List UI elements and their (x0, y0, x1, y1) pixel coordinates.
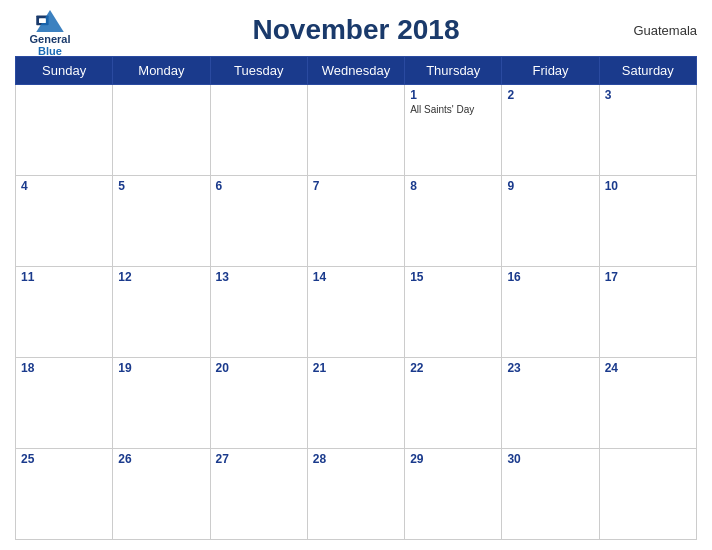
table-row: 17 (599, 267, 696, 358)
day-number: 10 (605, 179, 691, 193)
table-row: 16 (502, 267, 599, 358)
calendar-title: November 2018 (252, 14, 459, 46)
table-row: 19 (113, 358, 210, 449)
table-row: 28 (307, 449, 404, 540)
table-row: 29 (405, 449, 502, 540)
day-number: 14 (313, 270, 399, 284)
table-row: 23 (502, 358, 599, 449)
table-row: 15 (405, 267, 502, 358)
table-row (307, 85, 404, 176)
calendar-table: Sunday Monday Tuesday Wednesday Thursday… (15, 56, 697, 540)
day-number: 9 (507, 179, 593, 193)
calendar-week-row: 252627282930 (16, 449, 697, 540)
table-row: 24 (599, 358, 696, 449)
header-wednesday: Wednesday (307, 57, 404, 85)
day-number: 15 (410, 270, 496, 284)
header-saturday: Saturday (599, 57, 696, 85)
day-number: 11 (21, 270, 107, 284)
day-number: 16 (507, 270, 593, 284)
table-row: 18 (16, 358, 113, 449)
day-number: 18 (21, 361, 107, 375)
day-number: 21 (313, 361, 399, 375)
day-number: 24 (605, 361, 691, 375)
table-row: 26 (113, 449, 210, 540)
day-number: 20 (216, 361, 302, 375)
svg-rect-2 (39, 18, 46, 23)
table-row: 3 (599, 85, 696, 176)
table-row (16, 85, 113, 176)
day-number: 4 (21, 179, 107, 193)
header-thursday: Thursday (405, 57, 502, 85)
day-number: 23 (507, 361, 593, 375)
day-number: 19 (118, 361, 204, 375)
day-number: 5 (118, 179, 204, 193)
table-row: 11 (16, 267, 113, 358)
calendar-week-row: 45678910 (16, 176, 697, 267)
calendar-header: General Blue November 2018 Guatemala (15, 10, 697, 50)
table-row: 4 (16, 176, 113, 267)
day-number: 30 (507, 452, 593, 466)
table-row (599, 449, 696, 540)
table-row: 7 (307, 176, 404, 267)
day-number: 1 (410, 88, 496, 102)
day-number: 26 (118, 452, 204, 466)
day-number: 13 (216, 270, 302, 284)
table-row: 14 (307, 267, 404, 358)
day-number: 27 (216, 452, 302, 466)
day-number: 3 (605, 88, 691, 102)
table-row: 9 (502, 176, 599, 267)
table-row: 21 (307, 358, 404, 449)
logo-area: General Blue (15, 10, 85, 57)
day-number: 2 (507, 88, 593, 102)
holiday-label: All Saints' Day (410, 104, 496, 116)
generalblue-logo-icon (36, 10, 64, 32)
table-row: 5 (113, 176, 210, 267)
table-row: 12 (113, 267, 210, 358)
calendar-week-row: 18192021222324 (16, 358, 697, 449)
table-row: 2 (502, 85, 599, 176)
logo-text-blue: Blue (38, 45, 62, 57)
header-sunday: Sunday (16, 57, 113, 85)
table-row: 20 (210, 358, 307, 449)
table-row: 22 (405, 358, 502, 449)
table-row: 30 (502, 449, 599, 540)
header-monday: Monday (113, 57, 210, 85)
table-row: 10 (599, 176, 696, 267)
table-row: 6 (210, 176, 307, 267)
logo-text-general: General (30, 33, 71, 45)
day-number: 8 (410, 179, 496, 193)
country-label: Guatemala (633, 23, 697, 38)
table-row: 8 (405, 176, 502, 267)
day-number: 28 (313, 452, 399, 466)
table-row: 25 (16, 449, 113, 540)
table-row: 13 (210, 267, 307, 358)
calendar-week-row: 1All Saints' Day23 (16, 85, 697, 176)
day-number: 25 (21, 452, 107, 466)
header-friday: Friday (502, 57, 599, 85)
day-number: 7 (313, 179, 399, 193)
day-number: 22 (410, 361, 496, 375)
table-row: 1All Saints' Day (405, 85, 502, 176)
day-number: 29 (410, 452, 496, 466)
table-row (113, 85, 210, 176)
day-number: 17 (605, 270, 691, 284)
day-number: 12 (118, 270, 204, 284)
table-row: 27 (210, 449, 307, 540)
day-number: 6 (216, 179, 302, 193)
header-tuesday: Tuesday (210, 57, 307, 85)
table-row (210, 85, 307, 176)
weekday-header-row: Sunday Monday Tuesday Wednesday Thursday… (16, 57, 697, 85)
calendar-wrapper: General Blue November 2018 Guatemala Sun… (0, 0, 712, 550)
calendar-week-row: 11121314151617 (16, 267, 697, 358)
